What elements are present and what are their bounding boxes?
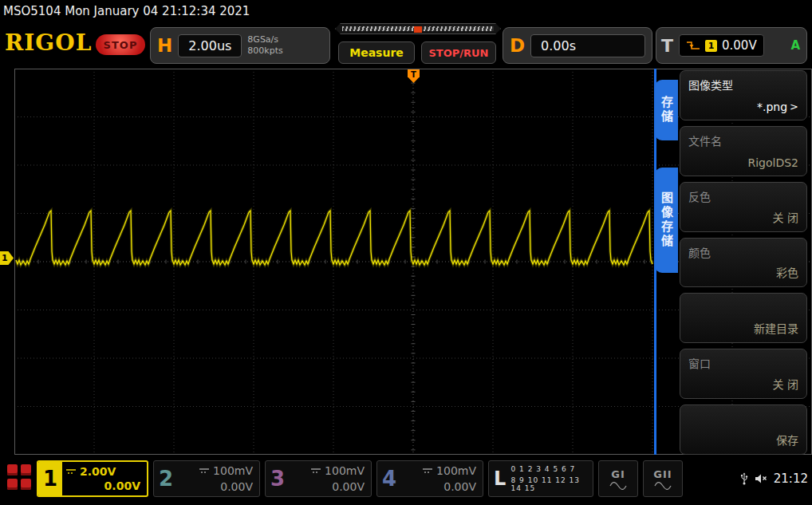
stop-run-button[interactable]: STOP/RUN [421,41,496,64]
trigger-label: T [661,36,673,56]
menu-item-value: 保存 [776,432,798,448]
channel-4-scale: 100mV [436,464,476,477]
timebase-value[interactable]: 2.00us [178,34,242,57]
menu-item-filename[interactable]: 文件名 RigolDS2 [680,126,807,176]
menu-tab-image-storage[interactable]: 图像存储 [655,168,678,273]
menu-item-label: 图像类型 [688,77,733,93]
softkey-menu: 图像类型 *.png> 文件名 RigolDS2 反色 关 闭 颜色 彩色 新建… [680,70,807,455]
channel-1-offset: 0.00V [65,479,140,492]
digital-channels-0-7: 0 1 2 3 4 5 6 7 [511,465,590,473]
menu-item-save[interactable]: 保存 [680,404,807,455]
generator1-box[interactable]: GI [598,460,638,497]
channel-2-number: 2 [154,461,178,496]
channel-1-scale: 2.00V [80,465,116,478]
generator1-label: GI [611,468,625,480]
waveform-position-bar[interactable] [335,23,501,34]
dc-coupling-icon [65,468,77,475]
channel-1-box[interactable]: 1 2.00V 0.00V [37,460,148,497]
channel-2-scale: 100mV [213,464,253,477]
digital-channels-box[interactable]: L 0 1 2 3 4 5 6 7 8 9 10 11 12 13 14 15 [488,460,593,497]
menu-item-invert[interactable]: 反色 关 闭 [680,182,807,232]
sample-rate: 8GSa/s [247,34,282,45]
channel-2-offset: 0.00V [181,480,253,493]
measure-button[interactable]: Measure [338,41,415,64]
delay-panel[interactable]: D 0.00s [503,27,652,64]
chevron-right-icon: > [790,101,798,112]
menu-item-value: 新建目录 [754,320,798,336]
trigger-panel[interactable]: T 1 0.00V A [656,27,807,64]
falling-edge-trigger-icon [686,40,700,51]
menu-item-label: 反色 [688,188,711,204]
menu-item-window[interactable]: 窗口 关 闭 [680,349,807,399]
digital-channels-8-15: 8 9 10 11 12 13 14 15 [511,476,590,492]
menu-item-value: 关 闭 [773,209,798,225]
menu-item-image-type[interactable]: 图像类型 *.png> [680,70,807,120]
menu-tab-storage[interactable]: 存储 [655,80,678,140]
channel-4-number: 4 [377,461,401,496]
menu-item-value: *.png [757,101,787,113]
menu-item-value: 彩色 [776,264,798,280]
delay-label: D [510,35,525,56]
dc-coupling-icon [422,467,433,475]
menu-item-label: 颜色 [688,244,711,260]
model-and-datetime: MSO5104 Mon January 04 21:12:34 2021 [3,4,250,18]
sine-wave-icon [609,482,627,490]
header-bar: RIGOL STOP H 2.00us 8GSa/s 800kpts Measu… [0,22,812,69]
menu-item-color[interactable]: 颜色 彩色 [680,238,807,288]
trigger-sweep-mode: A [790,38,800,53]
acquisition-info: 8GSa/s 800kpts [247,34,282,57]
channel-2-box[interactable]: 2 100mV 0.00V [153,460,260,497]
sine-wave-icon [654,482,672,490]
trigger-level-value: 0.00V [722,38,757,53]
channel-3-number: 3 [266,461,290,496]
menu-item-value: 关 闭 [773,376,798,392]
channel-3-scale: 100mV [325,464,365,477]
status-clock: 21:12 [774,471,808,486]
menu-item-label: 文件名 [688,132,722,148]
channel-4-offset: 0.00V [404,480,476,493]
menu-item-value: RigolDS2 [747,156,798,169]
digital-label: L [492,468,508,490]
titlebar: MSO5104 Mon January 04 21:12:34 2021 [0,0,812,22]
channel1-level-marker[interactable]: 1 [0,251,14,265]
channel-3-box[interactable]: 3 100mV 0.00V [265,460,372,497]
channel-1-number: 1 [38,462,62,495]
trigger-settings-box[interactable]: 1 0.00V [679,34,764,57]
status-icons: 21:12 [740,460,808,497]
dc-coupling-icon [310,467,321,475]
run-state-badge: STOP [96,34,145,55]
generator2-label: GII [653,468,672,480]
horizontal-label: H [157,35,172,56]
channel1-trace [14,69,654,455]
rigol-logo: RIGOL [5,30,92,56]
dc-coupling-icon [199,467,210,475]
memory-depth: 800kpts [247,45,282,57]
horizontal-panel[interactable]: H 2.00us 8GSa/s 800kpts [150,27,330,64]
generator2-box[interactable]: GII [643,460,683,497]
usb-icon [740,472,748,485]
quick-menu-icon[interactable] [7,464,31,491]
speaker-muted-icon[interactable] [755,473,767,484]
trigger-source-badge[interactable]: 1 [705,40,717,52]
channel-3-offset: 0.00V [293,480,365,493]
menu-item-label: 窗口 [688,355,711,371]
delay-value[interactable]: 0.00s [530,34,645,57]
trigger-position-marker [414,26,422,33]
channel-4-box[interactable]: 4 100mV 0.00V [376,460,483,497]
menu-item-new-folder[interactable]: 新建目录 [680,293,807,343]
